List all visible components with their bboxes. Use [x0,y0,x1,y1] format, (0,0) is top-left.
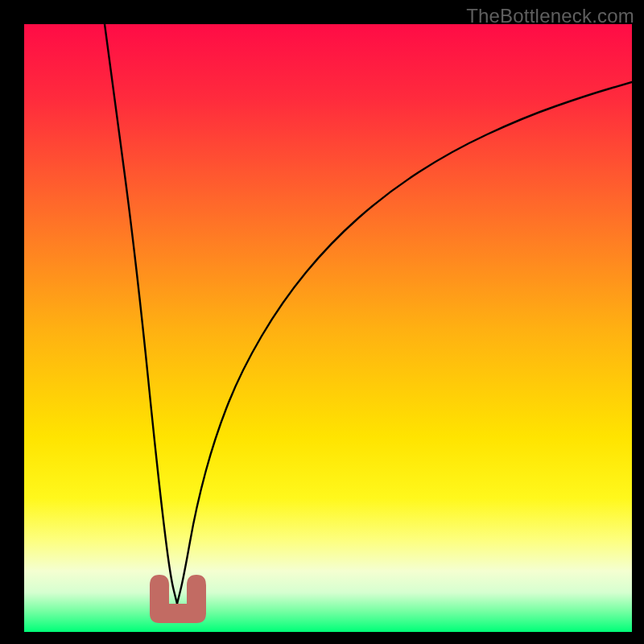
marker-bracket [150,575,206,623]
minimum-marker [24,24,632,632]
watermark-text: TheBottleneck.com [466,5,634,27]
chart-frame: TheBottleneck.com [0,0,644,644]
plot-area [24,24,632,632]
